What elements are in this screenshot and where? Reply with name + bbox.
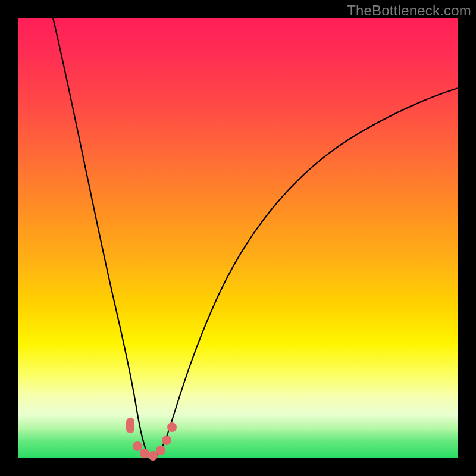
- data-marker: [126, 418, 134, 433]
- curve-left-branch: [53, 18, 148, 454]
- data-marker: [156, 446, 165, 455]
- curve-layer: [18, 18, 458, 458]
- data-marker: [162, 436, 171, 445]
- plot-area: [18, 18, 458, 458]
- watermark-text: TheBottleneck.com: [347, 2, 471, 19]
- data-marker: [148, 451, 158, 461]
- chart-frame: TheBottleneck.com: [0, 0, 476, 476]
- curve-right-branch: [156, 88, 458, 457]
- data-marker: [167, 422, 177, 432]
- data-marker: [133, 441, 142, 451]
- data-marker: [140, 449, 149, 458]
